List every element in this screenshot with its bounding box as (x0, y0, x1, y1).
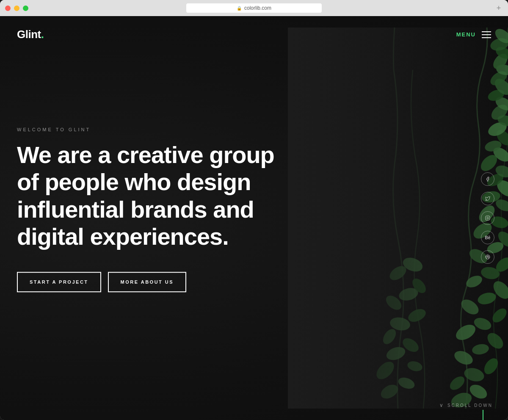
hero-title-line2: of people who design (17, 169, 251, 196)
instagram-icon[interactable] (481, 211, 494, 225)
hamburger-icon (482, 31, 491, 38)
new-tab-button[interactable]: + (494, 4, 503, 12)
welcome-label: WELCOME TO GLINT (17, 127, 274, 132)
svg-rect-58 (288, 28, 508, 409)
start-project-button[interactable]: START A PROJECT (17, 272, 101, 292)
behance-icon[interactable]: Bē (481, 231, 494, 244)
hamburger-line-2 (482, 34, 491, 35)
more-about-us-button[interactable]: MORE ABOUT US (108, 272, 187, 292)
scroll-down[interactable]: ∨ SCROLL DOWN (439, 402, 493, 408)
fullscreen-button[interactable] (23, 6, 28, 11)
menu-label: MENU (456, 31, 476, 38)
url-bar[interactable]: 🔒 colorlib.com (186, 3, 322, 13)
menu-button[interactable]: MENU (456, 31, 491, 38)
hamburger-line-1 (482, 31, 491, 32)
minimize-button[interactable] (14, 6, 19, 11)
hero-title: We are a creative group of people who de… (17, 141, 274, 251)
browser-window: 🔒 colorlib.com + (0, 0, 508, 420)
hero-title-line1: We are a creative group (17, 141, 274, 168)
lock-icon: 🔒 (237, 6, 242, 11)
logo[interactable]: Glint. (17, 28, 44, 41)
hero-section: WELCOME TO GLINT We are a creative group… (17, 127, 274, 292)
dribbble-icon[interactable] (481, 250, 494, 264)
scroll-line (483, 410, 483, 420)
leaves-background (288, 16, 508, 420)
svg-rect-59 (486, 216, 490, 220)
titlebar: 🔒 colorlib.com + (0, 0, 508, 16)
hero-buttons: START A PROJECT MORE ABOUT US (17, 272, 274, 292)
logo-text: Glint (17, 28, 41, 41)
hero-title-line3: influential brands and (17, 196, 254, 223)
traffic-lights (5, 6, 28, 11)
close-button[interactable] (5, 6, 11, 11)
scroll-down-label: SCROLL DOWN (447, 403, 493, 408)
behance-label: Bē (485, 235, 491, 240)
url-text: colorlib.com (244, 5, 271, 11)
website-content: Glint. MENU WELCOME TO GLINT We are a cr… (0, 16, 508, 420)
navbar: Glint. MENU (0, 16, 508, 53)
hero-title-line4: digital experiences. (17, 223, 229, 250)
scroll-chevron-icon: ∨ (439, 402, 443, 408)
twitter-icon[interactable] (481, 192, 494, 205)
social-icons: Bē (481, 172, 494, 264)
facebook-icon[interactable] (481, 172, 494, 186)
hamburger-line-3 (482, 37, 491, 38)
logo-dot: . (41, 28, 44, 41)
